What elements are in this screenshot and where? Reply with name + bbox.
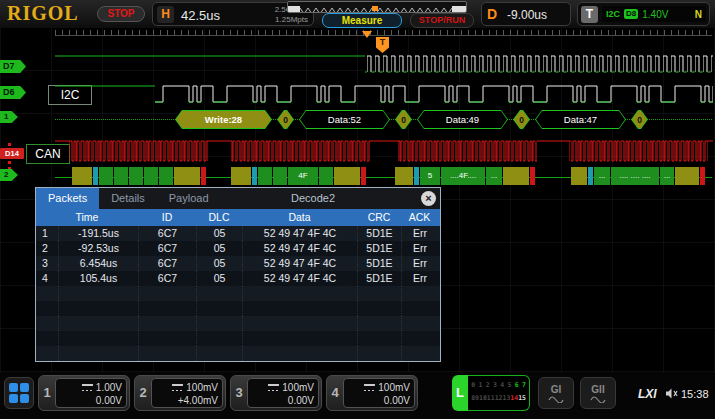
column-header-crc: CRC [357, 209, 401, 226]
channel-3-scale: 100mV [282, 381, 314, 394]
la-digit-6: 6 [515, 379, 519, 392]
packet-table-tabs: PacketsDetailsPayloadDecode2 × [36, 188, 440, 209]
packet-row-1[interactable]: 1-191.5us6C70552 49 47 4F 4C5D1EErr [36, 226, 440, 241]
trigger-type: I2C [606, 9, 620, 19]
sine-wave-icon [590, 396, 606, 403]
waveform-display-area: T D7 D6 I2C [0, 28, 715, 372]
channel-4-scale: 100mV [378, 381, 410, 394]
trigger-sweep-mode: N [695, 9, 702, 20]
clock: 15:38 [681, 388, 709, 400]
la-digit-15: 15 [518, 392, 526, 405]
overview-zigzag [288, 6, 466, 13]
decode-event-table: PacketsDetailsPayloadDecode2 × Time ID D… [35, 187, 441, 362]
decode2-bus-indicator[interactable]: 2 [0, 169, 18, 181]
horizontal-icon: H [157, 6, 174, 23]
oscilloscope-screen: RIGOL STOP H 42.5us 2.5GSa/s 1.25Mpts [0, 0, 715, 419]
close-icon[interactable]: × [421, 191, 436, 206]
la-digit-12: 12 [495, 392, 503, 405]
tab-details[interactable]: Details [99, 188, 157, 209]
channel-4-offset: 0.00V [346, 394, 410, 407]
d7-channel-flag[interactable]: D7 [0, 60, 26, 73]
channel-2-offset: +4.00mV [154, 394, 218, 407]
channel-4-button[interactable]: 4 100mV 0.00V [326, 375, 418, 411]
d14-channel-badge[interactable]: D14 [0, 148, 24, 159]
measure-button[interactable]: Measure [322, 13, 402, 28]
packet-row-3[interactable]: 36.454us6C70552 49 47 4F 4C5D1EErr [36, 256, 440, 271]
packet-row-empty [36, 301, 440, 316]
speaker-muted-icon [665, 387, 678, 400]
packet-row-empty [36, 286, 440, 301]
lxi-logo: LXI [638, 387, 657, 401]
generator-2-button[interactable]: GII [580, 377, 616, 409]
channel-1-offset: 0.00V [58, 394, 122, 407]
i2c-segment-ack: 0 [395, 110, 412, 129]
i2c-segment-ack: 0 [277, 110, 294, 129]
channel-2-number: 2 [135, 376, 151, 410]
can-waveform [55, 137, 713, 167]
la-digit-2: 2 [486, 379, 490, 392]
run-state-badge: STOP [97, 6, 145, 22]
d6-waveform [55, 80, 713, 108]
packet-row-empty [36, 331, 440, 346]
trigger-source-badge: D8 [624, 9, 638, 19]
la-digit-7: 7 [522, 379, 526, 392]
column-header-id: ID [138, 209, 196, 226]
delay-value: -9.00us [507, 8, 547, 22]
channel-1-button[interactable]: 1 1.00V 0.00V [38, 375, 130, 411]
timebase-value: 42.5us [181, 8, 220, 23]
la-label: L [452, 375, 468, 411]
generator-1-button[interactable]: GI [538, 377, 574, 409]
decode1-bus-indicator[interactable]: 1 [0, 111, 18, 123]
channel-4-number: 4 [327, 376, 343, 410]
packet-row-empty [36, 316, 440, 331]
la-digit-0: 0 [471, 379, 475, 392]
tab-packets[interactable]: Packets [36, 188, 99, 209]
waveform-overview-strip[interactable] [287, 1, 467, 13]
dc-coupling-icon [172, 384, 183, 391]
delay-settings: D -9.00us [481, 2, 571, 26]
memory-depth: 1.25Mpts [275, 15, 308, 25]
menu-button[interactable] [4, 377, 34, 409]
grid-icon [9, 383, 29, 403]
la-digit-4: 4 [500, 379, 504, 392]
i2c-segment-data: Data:47 [535, 110, 626, 129]
channel-3-button[interactable]: 3 100mV 0.00V [230, 375, 322, 411]
bottom-status-bar: 1 1.00V 0.00V 2 100mV +4.00mV 3 100mV 0.… [0, 372, 715, 419]
channel-2-scale: 100mV [186, 381, 218, 394]
trigger-position-marker[interactable] [362, 31, 372, 38]
i2c-segment-ack: 0 [513, 110, 530, 129]
trigger-readout: I2C D8 1.40V N [602, 6, 706, 22]
d7-waveform [55, 50, 713, 78]
can-frame-3: 5....4F....... [395, 167, 535, 185]
sine-wave-icon [548, 396, 564, 403]
i2c-segment-data: Data:52 [299, 110, 390, 129]
packet-row-4[interactable]: 4105.4us6C70552 49 47 4F 4C5D1EErr [36, 271, 440, 286]
column-header-ack: ACK [401, 209, 438, 226]
stop-run-button[interactable]: STOP/RUN [410, 13, 474, 28]
la-digit-10: 10 [479, 392, 487, 405]
channel-1-number: 1 [39, 376, 55, 410]
la-digit-11: 11 [487, 392, 495, 405]
la-digit-13: 13 [503, 392, 511, 405]
rigol-logo: RIGOL [7, 2, 79, 25]
trigger-settings: T I2C D8 1.40V N [577, 2, 710, 26]
d6-channel-flag[interactable]: D6 [0, 86, 26, 99]
channel-3-offset: 0.00V [250, 394, 314, 407]
la-digit-1: 1 [478, 379, 482, 392]
can-frame-2: 4F [231, 167, 366, 185]
column-header-data: Data [242, 209, 357, 226]
can-frame-4: ....... .... ....... [571, 167, 705, 185]
logic-analyzer-button[interactable]: L 01234567 89101112131415 [452, 375, 530, 411]
channel-1-readout: 1.00V 0.00V [55, 378, 127, 408]
packet-row-2[interactable]: 2-92.53us6C70552 49 47 4F 4C5D1EErr [36, 241, 440, 256]
channel-4-readout: 100mV 0.00V [343, 378, 415, 408]
column-header-dlc: DLC [196, 209, 242, 226]
dc-coupling-icon [82, 384, 93, 391]
top-status-bar: RIGOL STOP H 42.5us 2.5GSa/s 1.25Mpts [0, 0, 715, 28]
channel-3-readout: 100mV 0.00V [247, 378, 319, 408]
tab-payload[interactable]: Payload [157, 188, 221, 209]
i2c-segment-ack: 0 [631, 110, 648, 129]
dc-coupling-icon [268, 384, 279, 391]
channel-2-readout: 100mV +4.00mV [151, 378, 223, 408]
channel-2-button[interactable]: 2 100mV +4.00mV [134, 375, 226, 411]
